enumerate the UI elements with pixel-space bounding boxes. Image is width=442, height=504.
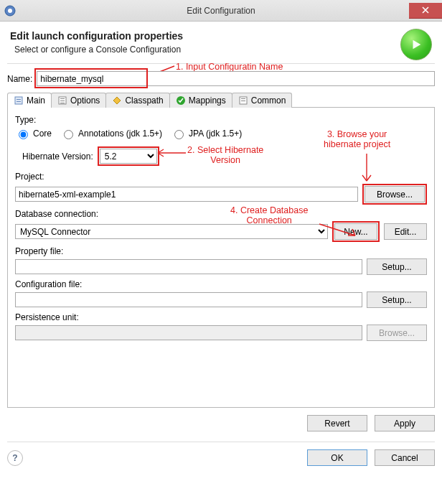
hibernate-version-label: Hibernate Version: xyxy=(22,151,93,162)
tab-mappings-label: Mappings xyxy=(189,95,226,106)
persistence-unit-browse-button: Browse... xyxy=(367,325,427,341)
project-browse-button[interactable]: Browse... xyxy=(365,186,425,202)
arrow-3 xyxy=(359,152,374,184)
tab-options[interactable]: Options xyxy=(51,93,106,108)
name-input[interactable] xyxy=(37,71,435,86)
annotation-2: 2. Select Hibernate Version xyxy=(187,145,263,165)
radio-jpa-input[interactable] xyxy=(174,130,184,139)
svg-rect-2 xyxy=(15,97,22,104)
svg-rect-7 xyxy=(60,101,65,101)
tab-panel-main: Type: Core Annotations (jdk 1.5+) JPA (j… xyxy=(7,108,435,408)
tab-options-label: Options xyxy=(70,95,100,106)
tab-classpath-label: Classpath xyxy=(125,95,163,106)
radio-core-input[interactable] xyxy=(19,130,28,139)
tab-mappings[interactable]: Mappings xyxy=(169,93,232,108)
radio-jpa[interactable]: JPA (jdk 1.5+) xyxy=(171,128,242,139)
tab-main[interactable]: Main xyxy=(7,93,52,108)
type-label: Type: xyxy=(15,115,427,125)
tabstrip: Main Options Classpath Mappings Common xyxy=(7,92,435,108)
apply-button[interactable]: Apply xyxy=(375,415,435,431)
persistence-unit-label: Persistence unit: xyxy=(15,312,427,322)
annotation-1: 1. Input Configuratin Name xyxy=(176,62,283,72)
property-file-input[interactable] xyxy=(15,259,362,274)
config-file-setup-button[interactable]: Setup... xyxy=(367,291,427,308)
db-conn-edit-button[interactable]: Edit... xyxy=(384,223,427,240)
page-subtitle: Select or configure a Console Configurat… xyxy=(14,45,400,55)
persistence-unit-input xyxy=(15,325,362,340)
config-file-label: Configuration file: xyxy=(15,279,427,289)
page-title: Edit launch configuration properties xyxy=(10,30,400,42)
svg-rect-8 xyxy=(60,103,65,103)
mappings-tab-icon xyxy=(176,95,186,106)
titlebar: Edit Configuration xyxy=(0,0,442,22)
main-tab-icon xyxy=(14,95,24,106)
window-title: Edit Configuration xyxy=(0,6,442,16)
project-input[interactable] xyxy=(15,187,358,202)
run-icon xyxy=(400,29,432,60)
annotation-4: 4. Create Database Connection xyxy=(230,205,308,225)
radio-annotations-input[interactable] xyxy=(64,130,73,139)
svg-rect-3 xyxy=(17,99,21,100)
annotation-3: 3. Browse your hibernate project xyxy=(324,129,390,149)
tab-common-label: Common xyxy=(251,95,286,106)
property-file-label: Property file: xyxy=(15,246,427,256)
radio-annotations[interactable]: Annotations (jdk 1.5+) xyxy=(60,128,162,139)
svg-rect-11 xyxy=(241,98,245,99)
svg-rect-12 xyxy=(241,101,245,101)
cancel-button[interactable]: Cancel xyxy=(375,449,435,466)
arrow-4 xyxy=(318,221,358,238)
common-tab-icon xyxy=(238,95,248,106)
revert-button[interactable]: Revert xyxy=(307,415,367,431)
svg-rect-4 xyxy=(17,101,21,102)
db-conn-label: Database connection: xyxy=(15,209,427,219)
name-label: Name: xyxy=(7,74,32,84)
config-file-input[interactable] xyxy=(15,292,362,307)
tab-main-label: Main xyxy=(27,95,45,106)
classpath-tab-icon xyxy=(112,95,122,106)
tab-classpath[interactable]: Classpath xyxy=(105,93,169,108)
radio-core[interactable]: Core xyxy=(15,128,52,139)
db-conn-select[interactable]: MySQL Connector xyxy=(15,224,328,239)
arrow-2 xyxy=(155,148,187,158)
svg-rect-6 xyxy=(60,98,65,99)
tab-common[interactable]: Common xyxy=(232,93,293,108)
options-tab-icon xyxy=(57,95,67,106)
ok-button[interactable]: OK xyxy=(307,449,367,466)
hibernate-version-select[interactable]: 5.2 xyxy=(100,149,157,164)
help-button[interactable]: ? xyxy=(7,450,23,466)
property-file-setup-button[interactable]: Setup... xyxy=(367,258,427,275)
